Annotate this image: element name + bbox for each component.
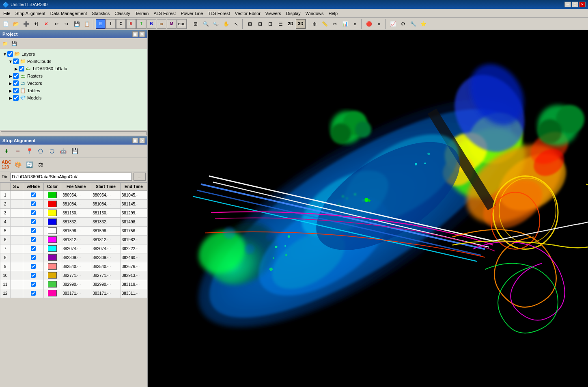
fit-all-button[interactable]: ⊠ xyxy=(191,19,200,29)
table-row[interactable]: 10 382771.··· 382771.··· 382913.··· xyxy=(0,271,147,280)
proj-open-button[interactable]: 📁 xyxy=(1,39,9,48)
profile-button[interactable]: 📊 xyxy=(340,19,350,29)
edl-mode-button[interactable]: EDL xyxy=(177,19,187,29)
check-vectors[interactable] xyxy=(13,80,19,86)
view3d-button[interactable]: 3D xyxy=(296,19,306,29)
undo-button[interactable]: ↩ xyxy=(52,19,61,29)
tree-item-rasters[interactable]: ▶ 🗃 Rasters xyxy=(2,72,146,80)
menu-viewers[interactable]: Viewers xyxy=(263,10,284,17)
multi-mode-button[interactable]: M xyxy=(167,19,177,29)
view3-button[interactable]: ⊡ xyxy=(265,19,275,29)
strip-restore-button[interactable]: ▣ xyxy=(132,138,138,143)
open-button[interactable]: 📂 xyxy=(11,19,21,29)
check-lidar360[interactable] xyxy=(19,66,24,71)
tree-item-vectors[interactable]: ▶ 🗂 Vectors xyxy=(2,80,146,87)
row-checkbox[interactable] xyxy=(31,264,36,269)
row-check[interactable] xyxy=(23,271,44,280)
col-s[interactable]: S▲ xyxy=(10,183,23,191)
save-as-button[interactable]: 📋 xyxy=(82,19,92,29)
row-checkbox[interactable] xyxy=(31,201,36,206)
tree-item-models[interactable]: ▶ 💎 Models xyxy=(2,94,146,102)
row-checkbox[interactable] xyxy=(31,237,36,242)
table-row[interactable]: 11 382990.··· 382990.··· 383119.··· xyxy=(0,280,147,289)
strip-polygon-button[interactable]: ⬠ xyxy=(35,146,46,156)
menu-terrain[interactable]: Terrain xyxy=(133,10,151,17)
table-row[interactable]: 3 381150.··· 381150.··· 381299.··· xyxy=(0,209,147,218)
col-showhide[interactable]: w/Hide xyxy=(23,183,44,191)
intensity-mode-button[interactable]: I xyxy=(106,19,116,29)
settings-button[interactable]: ⚙ xyxy=(398,19,408,29)
row-check[interactable] xyxy=(23,236,44,244)
row-check[interactable] xyxy=(23,289,44,298)
strip-robot-button[interactable]: 🤖 xyxy=(58,146,69,156)
tools-button[interactable]: 🔧 xyxy=(408,19,418,29)
view1-button[interactable]: ⊞ xyxy=(245,19,255,29)
project-scrollbar[interactable] xyxy=(0,130,147,136)
ruler-button[interactable]: 📏 xyxy=(320,19,330,29)
row-checkbox[interactable] xyxy=(31,228,36,233)
table-row[interactable]: 7 382074.··· 382074.··· 382222.··· xyxy=(0,244,147,253)
check-layers[interactable] xyxy=(7,51,13,57)
table-row[interactable]: 4 381332.··· 381332.··· 381498.··· xyxy=(0,218,147,227)
proj-save-button[interactable]: 💾 xyxy=(10,39,18,48)
table-row[interactable]: 1 380954.··· 380954.··· 381045.··· xyxy=(0,191,147,200)
add-button[interactable]: ➕ xyxy=(21,19,31,29)
table-row[interactable]: 8 382309.··· 382309.··· 382460.··· xyxy=(0,253,147,262)
strip-align-button[interactable]: ⚖ xyxy=(35,159,46,170)
dir-browse-button[interactable]: ... xyxy=(134,173,146,181)
expander-models[interactable]: ▶ xyxy=(8,95,13,100)
maximize-button[interactable]: □ xyxy=(572,2,578,7)
row-check[interactable] xyxy=(23,209,44,218)
row-checkbox[interactable] xyxy=(31,219,36,224)
elevation-mode-button[interactable]: E xyxy=(96,19,106,29)
menu-power-line[interactable]: Power Line xyxy=(178,10,205,17)
save-button[interactable]: 💾 xyxy=(72,19,82,29)
tree-item-layers[interactable]: ▼ 📂 Layers xyxy=(2,50,146,58)
chart-button[interactable]: 📈 xyxy=(388,19,398,29)
menu-als-forest[interactable]: ALS Forest xyxy=(151,10,178,17)
menu-help[interactable]: Help xyxy=(326,10,340,17)
strip-abc-button[interactable]: ABC123 xyxy=(1,159,12,170)
strip-pentagon-button[interactable]: ⬡ xyxy=(47,146,57,156)
terrain-mode-button[interactable]: T xyxy=(136,19,146,29)
row-checkbox[interactable] xyxy=(31,282,36,287)
menu-strip-alignment[interactable]: Strip Alignment xyxy=(13,10,48,17)
row-checkbox[interactable] xyxy=(31,273,36,278)
color-mode-button[interactable]: C xyxy=(116,19,126,29)
expander-rasters[interactable]: ▶ xyxy=(8,74,13,78)
row-checkbox[interactable] xyxy=(31,255,36,260)
expander-pointclouds[interactable]: ▼ xyxy=(8,59,13,64)
row-checkbox[interactable] xyxy=(31,192,36,197)
view2d-button[interactable]: 2D xyxy=(286,19,295,29)
strip-add-button[interactable]: + xyxy=(1,146,12,156)
check-pointclouds[interactable] xyxy=(13,58,19,64)
menu-statistics[interactable]: Statistics xyxy=(89,10,112,17)
table-row[interactable]: 5 381598.··· 381598.··· 381756.··· xyxy=(0,227,147,236)
redo-button[interactable]: ↪ xyxy=(62,19,71,29)
strip-refresh-button[interactable]: 🔄 xyxy=(24,159,34,170)
star-button[interactable]: ⭐ xyxy=(418,19,428,29)
pan-button[interactable]: ✋ xyxy=(221,19,231,29)
row-check[interactable] xyxy=(23,200,44,209)
check-rasters[interactable] xyxy=(13,73,19,79)
row-check[interactable] xyxy=(23,218,44,227)
table-row[interactable]: 6 381812.··· 381812.··· 381982.··· xyxy=(0,236,147,244)
table-row[interactable]: 9 382540.··· 382540.··· 382676.··· xyxy=(0,262,147,271)
row-checkbox[interactable] xyxy=(31,291,36,296)
menu-display[interactable]: Display xyxy=(284,10,303,17)
add-strip-button[interactable]: +| xyxy=(31,19,41,29)
clip-button[interactable]: ✂ xyxy=(330,19,340,29)
close-button[interactable]: ✕ xyxy=(579,2,586,7)
new-button[interactable]: 📄 xyxy=(1,19,11,29)
tree-item-lidar360[interactable]: ▶ 🗂 LiDAR360.LiData xyxy=(2,65,146,72)
zoom-in-button[interactable]: 🔍 xyxy=(201,19,211,29)
rgb-mode-button[interactable]: R xyxy=(126,19,136,29)
view2-button[interactable]: ⊟ xyxy=(255,19,265,29)
id-mode-button[interactable]: ID xyxy=(157,19,166,29)
strip-palette-button[interactable]: 🎨 xyxy=(13,159,23,170)
extend1-button[interactable]: » xyxy=(350,19,360,29)
expander-tables[interactable]: ▶ xyxy=(8,88,13,93)
menu-tls-forest[interactable]: TLS Forest xyxy=(205,10,232,17)
check-models[interactable] xyxy=(13,95,19,101)
strip-close-button[interactable]: ✕ xyxy=(139,138,145,143)
